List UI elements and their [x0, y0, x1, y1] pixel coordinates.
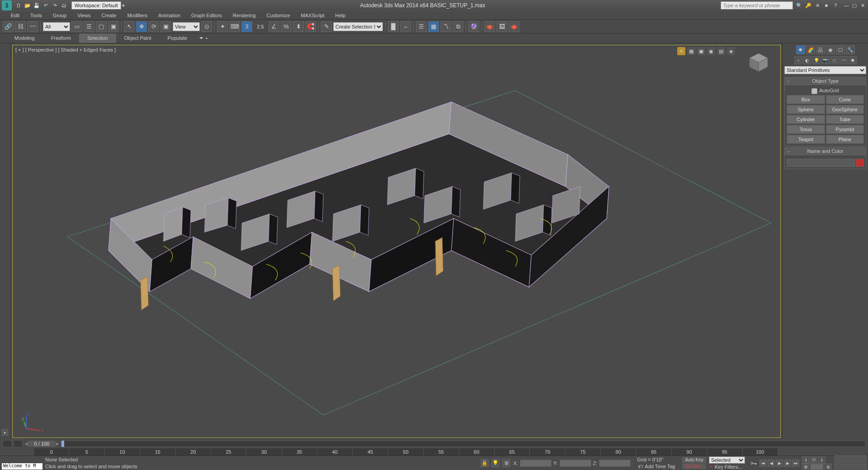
- selection-lock-icon[interactable]: 🔒: [481, 459, 489, 467]
- prim-pyramid-button[interactable]: Pyramid: [826, 125, 864, 134]
- new-file-icon[interactable]: 🗋: [14, 1, 23, 9]
- snap-toggle-icon[interactable]: 3: [241, 21, 252, 32]
- mini-listener-toggle-icon[interactable]: [3, 440, 12, 447]
- menu-maxscript[interactable]: MAXScript: [296, 11, 330, 19]
- x-input[interactable]: [520, 460, 552, 467]
- max-toggle-icon[interactable]: [859, 464, 866, 470]
- set-key-button[interactable]: Set Key: [682, 463, 706, 469]
- primitives-dropdown[interactable]: Standard Primitives: [784, 66, 866, 74]
- zoom-icon[interactable]: [835, 456, 842, 463]
- prev-frame-icon[interactable]: ◀: [768, 460, 775, 467]
- name-color-rollout-header[interactable]: - Name and Color: [784, 147, 866, 155]
- object-name-input[interactable]: [787, 159, 855, 167]
- add-time-tag[interactable]: 🏷Add Time Tag: [633, 464, 679, 469]
- window-crossing-icon[interactable]: ▣: [108, 21, 119, 32]
- bind-spacewarp-icon[interactable]: 〰: [27, 21, 38, 32]
- rendered-frame-icon[interactable]: 🖼: [496, 21, 507, 32]
- menu-tools[interactable]: Tools: [25, 11, 47, 19]
- vp-safe-icon[interactable]: ◈: [727, 47, 735, 55]
- render-production-icon[interactable]: 🫖: [509, 21, 519, 32]
- app-logo-icon[interactable]: 3: [2, 0, 12, 10]
- favorites-icon[interactable]: ★: [823, 2, 830, 9]
- menu-customize[interactable]: Customize: [261, 11, 296, 19]
- hierarchy-panel-icon[interactable]: 品: [816, 45, 825, 54]
- ribbon-tab-populate[interactable]: Populate: [159, 33, 195, 43]
- lights-cat-icon[interactable]: 💡: [812, 56, 821, 64]
- close-icon[interactable]: ✕: [859, 2, 866, 9]
- menu-create[interactable]: Create: [96, 11, 122, 19]
- next-frame-icon[interactable]: ▶: [784, 460, 791, 467]
- pan-icon[interactable]: [843, 464, 850, 470]
- goto-start-icon[interactable]: ⏮: [760, 460, 767, 467]
- time-config-button-icon[interactable]: ⚙: [825, 464, 832, 470]
- fov-icon[interactable]: [835, 464, 842, 470]
- magnet-icon[interactable]: 🧲: [305, 21, 316, 32]
- material-editor-icon[interactable]: 🔮: [468, 21, 479, 32]
- menu-group[interactable]: Group: [47, 11, 72, 19]
- ribbon-overflow-icon[interactable]: ⏷ ▾: [195, 33, 212, 43]
- autogrid-checkbox[interactable]: [811, 88, 817, 94]
- menu-edit[interactable]: Edit: [5, 11, 25, 19]
- auto-key-button[interactable]: Auto Key: [682, 457, 706, 463]
- ribbon-tab-freeform[interactable]: Freeform: [43, 33, 80, 43]
- prim-cylinder-button[interactable]: Cylinder: [787, 115, 825, 124]
- select-object-icon[interactable]: ▭: [71, 21, 82, 32]
- zoom-extents-all-icon[interactable]: [859, 456, 866, 463]
- y-input[interactable]: [560, 460, 591, 467]
- prev-key-icon[interactable]: ⦉: [802, 456, 809, 464]
- time-ruler[interactable]: 0 5 10 15 20 25 30 35 40 45 50 55 60 65 …: [33, 448, 778, 456]
- abs-rel-icon[interactable]: ⊞: [502, 459, 510, 467]
- prim-torus-button[interactable]: Torus: [787, 125, 825, 134]
- keymode-dropdown[interactable]: Selected: [709, 456, 745, 464]
- align-icon[interactable]: ⫠: [400, 21, 411, 32]
- key-filters-button[interactable]: Key Filters...: [715, 464, 742, 470]
- signin-icon[interactable]: 🔑: [805, 2, 812, 9]
- menu-help[interactable]: Help: [330, 11, 351, 19]
- search-go-icon[interactable]: 🔍: [796, 2, 803, 9]
- create-panel-icon[interactable]: ✹: [796, 45, 805, 54]
- prim-sphere-button[interactable]: Sphere: [787, 105, 825, 114]
- current-frame-input[interactable]: [810, 464, 824, 470]
- orbit-icon[interactable]: [851, 464, 858, 470]
- play-icon[interactable]: ▶: [776, 460, 783, 467]
- select-by-name-icon[interactable]: ☰: [84, 21, 94, 32]
- spinner-snap-icon[interactable]: ⬍: [293, 21, 304, 32]
- vp-light-icon[interactable]: ☀: [677, 47, 685, 55]
- frame-display[interactable]: 0 / 100: [28, 441, 55, 447]
- display-panel-icon[interactable]: 🖵: [836, 45, 845, 54]
- mirror-icon[interactable]: ▐▌: [388, 21, 399, 32]
- maxscript-listener[interactable]: Welcome to M: [2, 463, 42, 470]
- prim-tube-button[interactable]: Tube: [826, 115, 864, 124]
- ribbon-tab-selection[interactable]: Selection: [79, 33, 116, 43]
- prim-geosphere-button[interactable]: GeoSphere: [826, 105, 864, 114]
- menu-animation[interactable]: Animation: [153, 11, 186, 19]
- flyout-icon[interactable]: ▸: [2, 429, 8, 436]
- save-file-icon[interactable]: 💾: [33, 1, 41, 9]
- menu-graph-editors[interactable]: Graph Editors: [186, 11, 227, 19]
- select-cursor-icon[interactable]: ↖: [124, 21, 135, 32]
- render-setup-icon[interactable]: 🫖: [484, 21, 495, 32]
- unlink-icon[interactable]: ⛓: [15, 21, 26, 32]
- minimize-icon[interactable]: —: [843, 2, 850, 9]
- workspace-selector[interactable]: Workspace: Default: [71, 1, 121, 9]
- object-type-rollout-header[interactable]: - Object Type: [784, 77, 866, 85]
- vp-xview-icon[interactable]: ◉: [707, 47, 715, 55]
- prim-box-button[interactable]: Box: [787, 95, 825, 104]
- utilities-panel-icon[interactable]: 🔧: [846, 45, 855, 54]
- ref-coord-dropdown[interactable]: View: [173, 22, 200, 31]
- color-swatch[interactable]: [856, 159, 864, 167]
- undo-icon[interactable]: ↶: [42, 1, 50, 9]
- open-file-icon[interactable]: 📂: [24, 1, 32, 9]
- viewcube-icon[interactable]: [745, 50, 772, 77]
- perspective-viewport[interactable]: [ + ] [ Perspective ] [ Shaded + Edged F…: [12, 45, 781, 438]
- layer-manager-icon[interactable]: ☰: [416, 21, 427, 32]
- redo-icon[interactable]: ↷: [51, 1, 59, 9]
- scale-icon[interactable]: ▣: [160, 21, 171, 32]
- menu-rendering[interactable]: Rendering: [227, 11, 261, 19]
- motion-panel-icon[interactable]: ◉: [826, 45, 835, 54]
- z-input[interactable]: [599, 460, 631, 467]
- manipulate-icon[interactable]: ✦: [217, 21, 228, 32]
- named-selection-dropdown[interactable]: Create Selection Se: [333, 22, 383, 31]
- rotate-icon[interactable]: ⟳: [148, 21, 159, 32]
- keyboard-shortcut-icon[interactable]: ⌨: [229, 21, 240, 32]
